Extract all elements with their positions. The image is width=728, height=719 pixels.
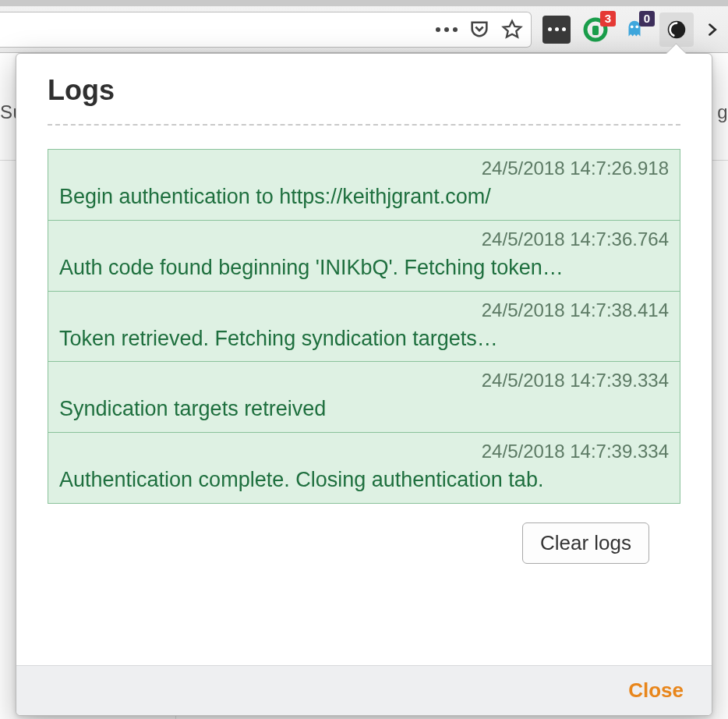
svg-point-2 [631, 25, 634, 28]
clear-logs-button[interactable]: Clear logs [522, 522, 649, 564]
pocket-icon[interactable] [468, 19, 490, 41]
popup-title: Logs [48, 74, 680, 107]
log-timestamp: 24/5/2018 14:7:39.334 [59, 370, 669, 391]
browser-toolbar: 3 0 [0, 6, 728, 53]
log-list: 24/5/2018 14:7:26.918 Begin authenticati… [48, 149, 680, 504]
log-timestamp: 24/5/2018 14:7:26.918 [59, 158, 669, 179]
popup-footer: Close [16, 665, 712, 715]
toolbar-overflow-icon[interactable] [705, 16, 722, 44]
log-entry: 24/5/2018 14:7:39.334 Syndication target… [48, 361, 680, 432]
ublock-badge: 3 [600, 11, 616, 27]
log-entry: 24/5/2018 14:7:26.918 Begin authenticati… [48, 150, 680, 220]
window-chrome-top [0, 0, 728, 6]
log-timestamp: 24/5/2018 14:7:39.334 [59, 441, 669, 462]
svg-rect-1 [592, 26, 599, 35]
svg-point-3 [635, 25, 638, 28]
ghostery-extension-icon[interactable]: 0 [620, 16, 648, 44]
ublock-extension-icon[interactable]: 3 [581, 16, 610, 44]
log-entry: 24/5/2018 14:7:39.334 Authentication com… [48, 432, 680, 503]
close-link[interactable]: Close [628, 678, 684, 703]
log-message: Auth code found beginning 'INIKbQ'. Fetc… [59, 255, 669, 282]
log-timestamp: 24/5/2018 14:7:38.414 [59, 299, 669, 321]
extensions-strip: 3 0 [542, 12, 728, 47]
log-timestamp: 24/5/2018 14:7:36.764 [59, 228, 669, 250]
bg-tab-fragment-right: g [717, 101, 728, 123]
page-actions-icon[interactable] [436, 27, 458, 32]
bookmark-star-icon[interactable] [501, 19, 523, 41]
log-message: Begin authentication to https://keithjgr… [59, 184, 669, 211]
log-message: Syndication targets retreived [59, 396, 669, 423]
ghostery-badge: 0 [639, 11, 655, 27]
extension-popup: Logs 24/5/2018 14:7:26.918 Begin authent… [16, 53, 712, 716]
lastpass-extension-icon[interactable] [542, 16, 571, 44]
log-message: Token retrieved. Fetching syndication ta… [59, 326, 669, 352]
log-message: Authentication complete. Closing authent… [59, 467, 669, 494]
popup-body: Logs 24/5/2018 14:7:26.918 Begin authent… [16, 54, 712, 665]
title-divider [48, 124, 680, 126]
log-entry: 24/5/2018 14:7:36.764 Auth code found be… [48, 220, 680, 291]
omnibear-extension-icon[interactable] [659, 12, 694, 47]
url-bar[interactable] [0, 12, 532, 48]
log-entry: 24/5/2018 14:7:38.414 Token retrieved. F… [48, 291, 680, 362]
popup-actions: Clear logs [48, 504, 680, 579]
